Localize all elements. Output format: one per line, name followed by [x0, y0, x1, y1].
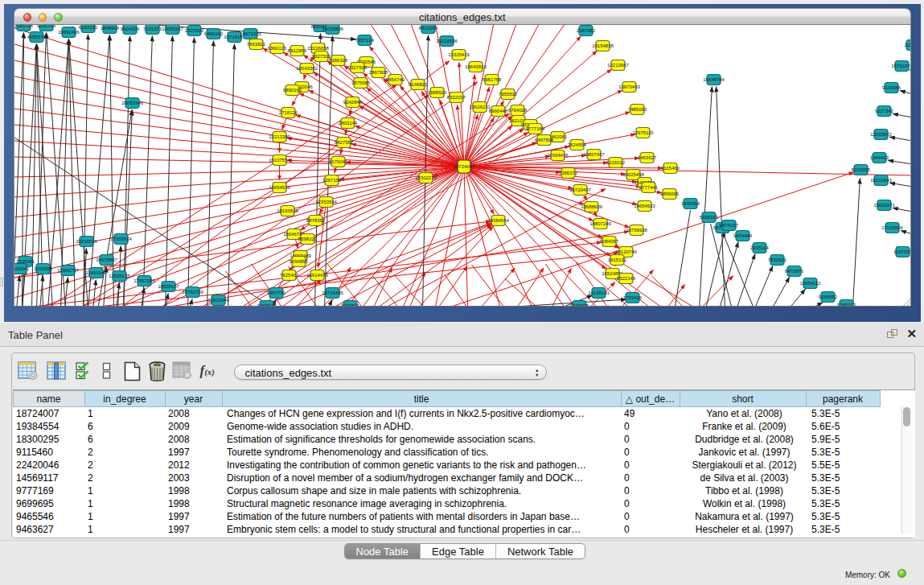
svg-text:8912954: 8912954 — [287, 48, 306, 53]
svg-text:17957255: 17957255 — [133, 278, 155, 283]
svg-text:9777441: 9777441 — [639, 185, 658, 190]
svg-text:8454749: 8454749 — [385, 77, 405, 82]
svg-text:10655267: 10655267 — [162, 27, 183, 31]
svg-text:9699695: 9699695 — [569, 303, 589, 307]
svg-text:9327508: 9327508 — [347, 65, 367, 70]
svg-text:10688609: 10688609 — [581, 204, 602, 209]
svg-text:7357224: 7357224 — [355, 38, 374, 43]
svg-text:16782759: 16782759 — [182, 290, 203, 295]
svg-text:9463627: 9463627 — [637, 155, 656, 160]
svg-text:5938923: 5938923 — [699, 215, 718, 220]
svg-text:9242848: 9242848 — [343, 100, 362, 105]
svg-text:3875685: 3875685 — [351, 80, 370, 85]
svg-text:8427552: 8427552 — [334, 140, 353, 145]
svg-text:9777169: 9777169 — [525, 126, 544, 131]
svg-text:4170041: 4170041 — [328, 159, 347, 164]
svg-text:9899695: 9899695 — [659, 192, 679, 196]
svg-text:6216012: 6216012 — [606, 160, 625, 165]
svg-text:17016504: 17016504 — [881, 225, 903, 230]
svg-text:10756928: 10756928 — [626, 228, 647, 233]
svg-text:19218586: 19218586 — [436, 39, 458, 43]
svg-text:1167533: 1167533 — [893, 249, 911, 254]
svg-text:9463811: 9463811 — [341, 303, 360, 307]
svg-text:9115460: 9115460 — [661, 166, 680, 171]
svg-text:2935114: 2935114 — [750, 245, 770, 250]
svg-text:9329966: 9329966 — [881, 85, 901, 90]
svg-text:9474444: 9474444 — [733, 233, 752, 238]
svg-text:9245652: 9245652 — [818, 295, 837, 299]
svg-text:16543382: 16543382 — [296, 66, 318, 71]
svg-text:9474197: 9474197 — [719, 223, 738, 228]
svg-text:39975867: 39975867 — [96, 257, 117, 262]
svg-text:12213389: 12213389 — [269, 134, 290, 139]
svg-text:7131373: 7131373 — [142, 27, 162, 31]
svg-text:12353594: 12353594 — [315, 200, 337, 204]
svg-text:15716485: 15716485 — [322, 290, 343, 295]
svg-text:9146821: 9146821 — [408, 82, 427, 87]
svg-text:8215955: 8215955 — [851, 167, 870, 172]
svg-text:8813054: 8813054 — [418, 26, 437, 31]
svg-text:12213967: 12213967 — [607, 63, 629, 68]
svg-text:9231714: 9231714 — [36, 25, 55, 28]
svg-text:4055572: 4055572 — [27, 35, 46, 39]
svg-text:12093872: 12093872 — [870, 132, 892, 137]
svg-text:10958107: 10958107 — [158, 284, 179, 289]
svg-text:9360123: 9360123 — [267, 46, 286, 51]
svg-text:20364436: 20364436 — [547, 153, 569, 158]
svg-text:8322037: 8322037 — [446, 95, 466, 100]
svg-text:16648784: 16648784 — [703, 77, 725, 82]
svg-text:9624204: 9624204 — [120, 27, 139, 31]
svg-text:9890162: 9890162 — [282, 88, 302, 93]
svg-text:3624554: 3624554 — [567, 142, 586, 147]
svg-text:13325419: 13325419 — [448, 52, 470, 57]
svg-text:10807467: 10807467 — [583, 152, 605, 157]
svg-text:6466160: 6466160 — [203, 31, 223, 36]
svg-text:9227342: 9227342 — [874, 109, 893, 113]
svg-text:16107554: 16107554 — [269, 158, 290, 163]
svg-text:8471876: 8471876 — [784, 269, 803, 274]
svg-text:19166829: 19166829 — [277, 208, 298, 213]
svg-text:6794028: 6794028 — [507, 108, 527, 113]
svg-text:1244413: 1244413 — [869, 155, 889, 160]
svg-text:10973493: 10973493 — [618, 84, 640, 89]
svg-text:25302275: 25302275 — [415, 175, 437, 180]
svg-text:1848904: 1848904 — [100, 26, 119, 31]
svg-text:16154838: 16154838 — [592, 43, 614, 48]
svg-text:16033809: 16033809 — [322, 27, 343, 31]
svg-text:9084067: 9084067 — [599, 239, 618, 244]
svg-text:16654936: 16654936 — [269, 185, 290, 190]
svg-text:9094891: 9094891 — [289, 259, 308, 264]
svg-text:3267150: 3267150 — [322, 178, 341, 183]
svg-text:11451944: 11451944 — [85, 270, 107, 275]
svg-text:23226058: 23226058 — [307, 46, 329, 51]
svg-text:2087682: 2087682 — [576, 28, 595, 33]
svg-text:7485063: 7485063 — [627, 107, 647, 112]
svg-text:16914479: 16914479 — [306, 273, 328, 278]
svg-text:1615132: 1615132 — [607, 257, 626, 262]
svg-text:18724007: 18724007 — [453, 164, 474, 169]
svg-text:19384554: 19384554 — [487, 218, 509, 223]
svg-text:8990448: 8990448 — [488, 109, 507, 113]
svg-text:6497508: 6497508 — [534, 138, 553, 142]
svg-text:13626231: 13626231 — [469, 105, 491, 109]
svg-text:7632621: 7632621 — [767, 257, 786, 262]
svg-text:9457791: 9457791 — [266, 290, 285, 295]
svg-text:7955812: 7955812 — [498, 92, 517, 97]
svg-text:10120746: 10120746 — [615, 249, 637, 254]
svg-text:12942757: 12942757 — [57, 268, 79, 273]
svg-text:19654923: 19654923 — [634, 204, 655, 208]
svg-text:6163130: 6163130 — [78, 25, 97, 30]
svg-text:9465546: 9465546 — [257, 303, 276, 307]
svg-text:15640913: 15640913 — [465, 64, 487, 69]
svg-text:2867608: 2867608 — [368, 70, 388, 75]
svg-text:1588520: 1588520 — [427, 90, 446, 95]
svg-text:20691406: 20691406 — [58, 30, 80, 35]
svg-text:3915941: 3915941 — [14, 266, 30, 271]
svg-text:2055724: 2055724 — [14, 25, 34, 28]
svg-text:15751074: 15751074 — [891, 64, 911, 68]
svg-text:14136141: 14136141 — [588, 290, 610, 295]
svg-text:1733426: 1733426 — [622, 295, 642, 300]
svg-text:2718126: 2718126 — [278, 110, 298, 115]
svg-text:6961758: 6961758 — [482, 77, 501, 82]
svg-text:18807249: 18807249 — [589, 221, 611, 226]
